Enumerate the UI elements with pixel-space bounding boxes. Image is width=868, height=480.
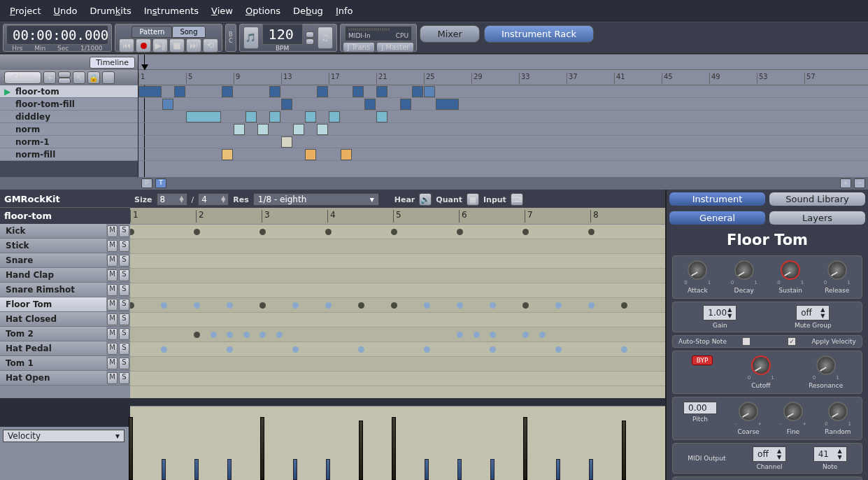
song-cell[interactable]: [138, 86, 162, 97]
random-knob[interactable]: [828, 402, 848, 421]
mixer-tab[interactable]: Mixer: [420, 25, 479, 43]
instrument-row[interactable]: Hat Pedal: [0, 341, 106, 355]
note[interactable]: [424, 346, 430, 353]
pattern-list-item[interactable]: diddley: [0, 111, 138, 123]
cutoff-knob[interactable]: [751, 355, 771, 375]
instrument-row[interactable]: Kick: [0, 224, 106, 238]
note[interactable]: [194, 332, 200, 338]
note[interactable]: [161, 302, 167, 309]
song-cell[interactable]: [174, 86, 185, 97]
note[interactable]: [474, 332, 480, 338]
song-cell[interactable]: [412, 86, 423, 97]
note[interactable]: [227, 346, 233, 353]
velocity-bar[interactable]: [227, 459, 232, 480]
note[interactable]: [194, 229, 200, 235]
song-cell[interactable]: [186, 111, 221, 122]
note[interactable]: [161, 346, 167, 353]
song-cell[interactable]: [269, 86, 280, 97]
solo-button[interactable]: S: [119, 225, 129, 237]
velocity-bar[interactable]: [490, 459, 495, 480]
velocity-bar[interactable]: [425, 459, 429, 480]
pitch-value[interactable]: 0.00: [683, 402, 717, 414]
pattern-list-item[interactable]: norm: [0, 123, 138, 136]
pattern-list-item[interactable]: floor-tom-fill: [0, 98, 138, 111]
note[interactable]: [130, 302, 134, 309]
apply-velocity-checkbox[interactable]: ✓: [788, 337, 796, 346]
velocity-bar[interactable]: [129, 417, 133, 480]
instrument-row[interactable]: Tom 2: [0, 327, 106, 341]
beat-counter-button[interactable]: ♫: [318, 27, 333, 49]
instrument-row[interactable]: Stick: [0, 239, 106, 253]
lock-button[interactable]: 🔒: [87, 71, 100, 84]
velocity-bar[interactable]: [326, 459, 330, 480]
pattern-ruler[interactable]: 12345678: [130, 208, 665, 225]
mode-song[interactable]: Song: [172, 26, 205, 38]
note[interactable]: [522, 302, 529, 309]
attack-knob[interactable]: [688, 260, 707, 280]
layers-tab[interactable]: Layers: [769, 211, 865, 225]
mute-button[interactable]: M: [107, 255, 118, 267]
gain-input[interactable]: 1.00▲▼: [703, 305, 737, 320]
note[interactable]: [621, 346, 627, 353]
note[interactable]: [490, 302, 496, 309]
instrument-row[interactable]: Tom 1: [0, 356, 106, 370]
note-input[interactable]: 41▲▼: [813, 446, 847, 462]
mute-button[interactable]: M: [107, 372, 118, 384]
jack-transport-button[interactable]: J.Trans: [343, 42, 376, 52]
note[interactable]: [325, 302, 332, 309]
solo-button[interactable]: S: [119, 313, 129, 325]
song-cell[interactable]: [293, 124, 304, 135]
loop-button[interactable]: ⟲: [203, 38, 218, 52]
note[interactable]: [292, 302, 299, 309]
velocity-bar[interactable]: [589, 459, 593, 480]
song-cell[interactable]: [341, 149, 352, 160]
note[interactable]: [539, 332, 546, 338]
song-cell[interactable]: [353, 86, 364, 97]
solo-button[interactable]: S: [119, 358, 129, 369]
mute-button[interactable]: M: [107, 225, 118, 237]
auto-stop-checkbox[interactable]: [742, 337, 750, 346]
timeline-tab[interactable]: Timeline: [90, 57, 135, 69]
t-toggle[interactable]: T: [155, 178, 166, 188]
pattern-list-item[interactable]: norm-fill: [0, 148, 138, 161]
menu-drumkits[interactable]: Drumkits: [90, 6, 131, 16]
mute-button[interactable]: M: [107, 358, 118, 369]
note[interactable]: [259, 229, 266, 235]
note[interactable]: [259, 302, 266, 309]
metronome-button[interactable]: 🎵: [243, 27, 259, 49]
song-cell[interactable]: [317, 86, 328, 97]
note[interactable]: [490, 332, 496, 338]
select-mode-button[interactable]: ↖: [73, 71, 85, 84]
mute-button[interactable]: M: [107, 240, 118, 252]
note[interactable]: [457, 332, 463, 338]
sound-library-tab[interactable]: Sound Library: [769, 192, 865, 206]
note[interactable]: [259, 332, 266, 338]
general-tab[interactable]: General: [669, 211, 765, 225]
note[interactable]: [457, 229, 463, 235]
song-cell[interactable]: [246, 111, 257, 122]
solo-button[interactable]: S: [119, 269, 129, 281]
note[interactable]: [457, 302, 463, 309]
velocity-editor[interactable]: [130, 406, 665, 480]
quantize-button[interactable]: ▦: [467, 193, 479, 206]
resonance-knob[interactable]: [816, 355, 836, 375]
input-button[interactable]: ⌨: [511, 193, 523, 206]
song-cell[interactable]: [269, 111, 280, 122]
note[interactable]: [358, 346, 364, 353]
song-cell[interactable]: [329, 111, 340, 122]
menu-options[interactable]: Options: [246, 6, 280, 16]
song-cell[interactable]: [376, 111, 387, 122]
hear-button[interactable]: 🔊: [419, 193, 432, 206]
bpm-display[interactable]: 120: [262, 24, 303, 45]
song-cell[interactable]: [222, 86, 233, 97]
pattern-list-item[interactable]: norm-1: [0, 136, 138, 148]
solo-button[interactable]: S: [119, 255, 129, 267]
bypass-button[interactable]: BYP: [692, 355, 713, 365]
note[interactable]: [391, 229, 397, 235]
fine-knob[interactable]: [783, 402, 803, 421]
note-grid[interactable]: [130, 225, 665, 386]
song-cell[interactable]: [317, 124, 328, 135]
coarse-knob[interactable]: [739, 402, 758, 421]
note[interactable]: [391, 302, 397, 309]
rewind-button[interactable]: ⏮: [119, 38, 134, 52]
